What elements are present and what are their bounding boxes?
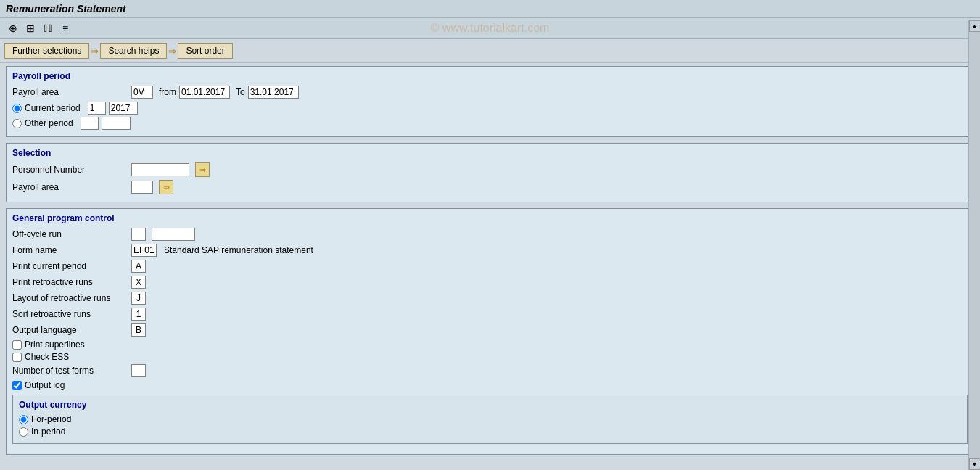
- scroll-down[interactable]: ▼: [969, 458, 981, 470]
- output-currency-section: Output currency For-period In-period: [12, 395, 968, 444]
- print-retroactive-runs-row: Print retroactive runs: [12, 276, 968, 289]
- current-period-num[interactable]: [88, 102, 106, 115]
- selection-section: Selection Personnel Number ⇒ Payroll are…: [6, 143, 974, 202]
- form-name-label: Form name: [12, 245, 128, 255]
- check-ess-label[interactable]: Check ESS: [12, 352, 968, 362]
- form-name-desc: Standard SAP remuneration statement: [164, 245, 313, 255]
- in-period-radio[interactable]: [19, 427, 28, 437]
- print-current-period-label: Print current period: [12, 261, 128, 271]
- search-helps-button[interactable]: Search helps: [100, 43, 167, 59]
- layout-retroactive-runs-label: Layout of retroactive runs: [12, 293, 128, 303]
- watermark: © www.tutorialkart.com: [431, 22, 550, 35]
- current-period-year[interactable]: [109, 102, 138, 115]
- selection-title: Selection: [12, 148, 968, 158]
- personnel-number-input[interactable]: [131, 163, 189, 176]
- output-language-row: Output language: [12, 323, 968, 337]
- main-content: Payroll period Payroll area from To Curr…: [0, 63, 980, 470]
- print-retroactive-runs-label: Print retroactive runs: [12, 277, 128, 287]
- payroll-period-title: Payroll period: [12, 71, 968, 81]
- in-period-label: In-period: [31, 426, 65, 437]
- print-superlines-checkbox[interactable]: [12, 340, 22, 350]
- general-program-title: General program control: [12, 213, 968, 223]
- layout-retroactive-runs-input[interactable]: [131, 292, 146, 305]
- for-period-label: For-period: [31, 414, 71, 424]
- toolbar-icon-4[interactable]: ≡: [58, 21, 73, 36]
- toolbar-icon-1[interactable]: ⊕: [6, 21, 20, 36]
- nav-bar: Further selections ⇒ Search helps ⇒ Sort…: [0, 39, 980, 63]
- payroll-area-label: Payroll area: [12, 87, 128, 97]
- other-period-radio[interactable]: [12, 119, 22, 128]
- in-period-radio-label[interactable]: In-period: [19, 426, 961, 437]
- print-superlines-text: Print superlines: [25, 339, 85, 350]
- sort-order-label: Sort order: [186, 46, 224, 56]
- other-period-label: Other period: [25, 118, 73, 128]
- sort-retroactive-runs-input[interactable]: [131, 308, 146, 321]
- toolbar-icon-3[interactable]: ℍ: [41, 21, 55, 36]
- print-superlines-label[interactable]: Print superlines: [12, 339, 968, 350]
- print-retroactive-runs-input[interactable]: [131, 276, 146, 289]
- app-title: Remuneration Statement: [6, 3, 126, 15]
- further-selections-label: Further selections: [12, 46, 81, 56]
- current-period-radio-label[interactable]: Current period: [12, 102, 968, 115]
- further-selections-button[interactable]: Further selections: [4, 43, 89, 59]
- title-bar: Remuneration Statement: [0, 0, 980, 18]
- sort-order-button[interactable]: Sort order: [178, 43, 232, 59]
- payroll-area-row: Payroll area from To: [12, 86, 968, 99]
- check-ess-text: Check ESS: [25, 352, 69, 362]
- number-test-forms-row: Number of test forms: [12, 364, 968, 377]
- off-cycle-val1-input[interactable]: [131, 228, 146, 241]
- print-current-period-row: Print current period: [12, 260, 968, 273]
- other-period-radio-label[interactable]: Other period: [12, 117, 968, 130]
- off-cycle-val2-input[interactable]: [152, 228, 195, 241]
- form-name-row: Form name Standard SAP remuneration stat…: [12, 244, 968, 257]
- scroll-up[interactable]: ▲: [969, 20, 981, 32]
- payroll-area-arrow-btn[interactable]: ⇒: [159, 180, 173, 194]
- payroll-period-section: Payroll period Payroll area from To Curr…: [6, 66, 974, 137]
- toolbar-icon-2[interactable]: ⊞: [23, 21, 38, 36]
- payroll-area-input[interactable]: [131, 86, 153, 99]
- general-program-section: General program control Off-cycle run Fo…: [6, 208, 974, 455]
- output-log-checkbox[interactable]: [12, 381, 22, 390]
- other-period-num[interactable]: [81, 117, 99, 130]
- personnel-number-row: Personnel Number ⇒: [12, 162, 968, 177]
- selection-payroll-area-label: Payroll area: [12, 182, 128, 192]
- sort-retroactive-runs-row: Sort retroactive runs: [12, 308, 968, 321]
- from-date-input[interactable]: [179, 86, 230, 99]
- toolbar: ⊕ ⊞ ℍ ≡ © www.tutorialkart.com: [0, 18, 980, 39]
- current-period-radio[interactable]: [12, 104, 22, 113]
- form-name-input[interactable]: [131, 244, 157, 257]
- nav-arrow-1: ⇒: [91, 46, 99, 57]
- number-test-forms-label: Number of test forms: [12, 366, 128, 376]
- main-scrollbar[interactable]: ▲ ▼: [968, 20, 980, 470]
- personnel-number-label: Personnel Number: [12, 165, 128, 175]
- for-period-radio[interactable]: [19, 415, 28, 424]
- search-helps-label: Search helps: [108, 46, 159, 56]
- off-cycle-run-row: Off-cycle run: [12, 228, 968, 241]
- number-test-forms-input[interactable]: [131, 364, 146, 377]
- print-current-period-input[interactable]: [131, 260, 146, 273]
- other-period-year[interactable]: [102, 117, 131, 130]
- selection-payroll-area-row: Payroll area ⇒: [12, 180, 968, 194]
- to-date-input[interactable]: [248, 86, 299, 99]
- sort-retroactive-runs-label: Sort retroactive runs: [12, 309, 128, 319]
- output-log-label[interactable]: Output log: [12, 380, 968, 390]
- nav-arrow-2: ⇒: [168, 46, 176, 57]
- layout-retroactive-runs-row: Layout of retroactive runs: [12, 292, 968, 305]
- selection-payroll-area-input[interactable]: [131, 181, 153, 194]
- output-log-text: Output log: [25, 380, 65, 390]
- from-label: from: [159, 87, 176, 97]
- off-cycle-run-label: Off-cycle run: [12, 229, 128, 239]
- output-language-input[interactable]: [131, 323, 146, 337]
- to-label: To: [236, 87, 245, 97]
- personnel-number-arrow-btn[interactable]: ⇒: [195, 162, 210, 177]
- output-currency-title: Output currency: [19, 400, 961, 410]
- output-language-label: Output language: [12, 325, 128, 335]
- check-ess-checkbox[interactable]: [12, 352, 22, 362]
- current-period-label: Current period: [25, 103, 81, 113]
- for-period-radio-label[interactable]: For-period: [19, 414, 961, 424]
